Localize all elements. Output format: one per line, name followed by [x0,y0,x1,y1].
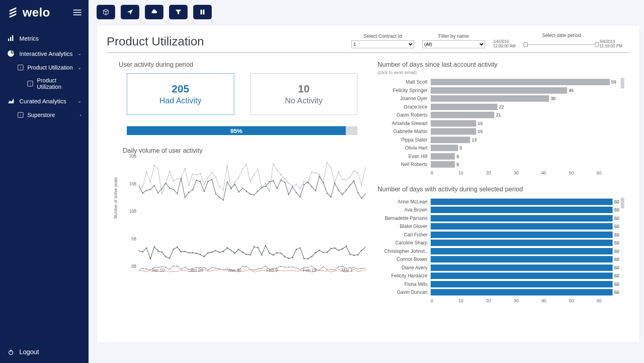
contract-select[interactable]: 1 [351,40,414,48]
slider-thumb-right[interactable] [595,42,599,47]
active-chart[interactable]: Anne McLean60Ava Brown60Bernadette Parso… [378,198,624,297]
date-slider[interactable] [526,44,597,45]
bar-value: 60 [613,215,619,221]
bar-row[interactable]: Gavin Roberts21 [378,111,624,119]
svg-point-109 [288,194,289,195]
nav-product-utilization-child[interactable]: ⫶ Product Utilization [27,74,89,93]
bar-track: 8 [431,161,624,168]
svg-point-86 [200,181,201,182]
svg-point-132 [146,247,147,248]
bar-row[interactable]: Gabrielle Martin15 [378,127,624,136]
svg-point-178 [322,252,324,253]
svg-point-48 [284,178,285,179]
bar-row[interactable]: Christopher Johnst..60 [378,247,624,256]
toolbar-cloud-button[interactable] [145,5,163,19]
toolbar-columns-button[interactable] [193,5,212,19]
slider-thumb-left[interactable] [524,42,528,47]
bar-row[interactable]: Anne McLean60 [378,198,624,206]
svg-point-115 [311,186,312,187]
svg-point-186 [353,255,355,256]
kpi-title: User activity during period [119,61,365,68]
toolbar-cube-button[interactable] [97,5,115,19]
svg-point-144 [192,252,193,253]
bar-row[interactable]: Fiona Mills60 [378,280,624,289]
kpi-value: 205 [172,83,189,95]
bar-name: Carl Fisher [378,232,431,238]
bar-fill [431,248,613,254]
bar-row[interactable]: Joanne Dyer39 [378,94,624,103]
bar-row[interactable]: Gavin Duncan60 [378,288,624,297]
svg-point-128 [361,197,362,199]
bar-row[interactable]: Bernadette Parsons60 [378,214,624,223]
bar-row[interactable]: Felicity Hardacre60 [378,272,624,280]
bar-row[interactable]: Pippa Slater13 [378,136,624,144]
bar-value: 60 [613,281,619,287]
svg-point-167 [280,252,281,254]
nav-metrics[interactable]: Metrics [0,31,89,46]
svg-point-12 [146,171,147,172]
bar-fill [431,79,610,85]
bar-row[interactable]: Carl Fisher60 [378,231,624,239]
bar-value: 60 [613,240,619,246]
bar-value: 45 [567,87,574,94]
svg-point-135 [157,250,159,251]
bar-row[interactable]: Olivia Hart9 [378,144,624,152]
svg-point-151 [219,252,220,253]
line-chart[interactable]: Number of active seats 20B15B10B5B0B Jan… [121,156,365,277]
nav-superstore[interactable]: ⫶ Superstore › [18,109,89,121]
svg-point-145 [196,253,197,254]
bar-track: 60 [431,248,624,254]
svg-point-90 [215,193,216,194]
svg-point-140 [177,246,178,248]
bar-fill [431,137,470,143]
bar-fill [431,256,613,263]
since-chart[interactable]: Matt Scott59Felicity Springer45Joanne Dy… [378,78,624,169]
svg-point-44 [269,191,270,192]
svg-point-185 [349,254,351,255]
bar-row[interactable]: Caroline Sharp60 [378,239,624,247]
bar-row[interactable]: Blake Glover60 [378,222,624,231]
name-select[interactable]: (All) [422,40,485,48]
bar-row[interactable]: Connor Bower60 [378,255,624,264]
svg-point-187 [357,254,358,255]
bar-fill [431,273,613,279]
svg-rect-9 [203,10,204,14]
logout-button[interactable]: Logout [7,349,81,356]
bar-row[interactable]: Matt Scott59 [378,78,624,86]
x-tick: Feb 19 [303,268,316,276]
kpi-label: No Activity [285,96,322,105]
bar-value: 60 [613,256,619,263]
toolbar-filter-button[interactable] [169,5,188,19]
bar-fill [431,112,494,118]
svg-point-55 [311,171,312,172]
bar-name: Grace Ince [378,104,431,110]
svg-point-139 [173,248,174,250]
date-from: 1/4/2019 12:00:00 AM [493,39,523,48]
bar-row[interactable]: Felicity Springer45 [378,86,624,95]
nav-interactive-analytics[interactable]: Interactive Analytics ⌄ [0,46,89,61]
toolbar-send-button[interactable] [121,5,139,19]
bar-value: 60 [613,223,619,230]
svg-point-104 [269,181,270,182]
kpi-label: Had Activity [159,96,201,105]
bar-row[interactable]: Amanda Stewart15 [378,119,624,128]
bar-row[interactable]: Ava Brown60 [378,206,624,214]
pie-chart-icon [7,50,14,57]
nav-curated-analytics[interactable]: Curated Analytics ⌄ [0,93,89,109]
svg-point-38 [246,164,247,165]
bar-row[interactable]: Evan Hill8 [378,152,624,161]
bar-row[interactable]: Neil Roberts8 [378,160,624,169]
bar-row[interactable]: Grace Ince22 [378,103,624,111]
bar-track: 8 [431,153,624,160]
bar-row[interactable]: Diane Avery60 [378,264,624,272]
bar-fill [431,289,613,295]
line-chart-title: Daily volume of user activity [123,147,365,154]
nav-label: Curated Analytics [19,98,66,105]
power-icon [7,349,14,356]
nav-product-utilization[interactable]: ⫶ Product Utilization ⌄ [18,61,89,74]
svg-point-14 [153,164,155,166]
sidebar-toggle-icon[interactable] [73,10,81,15]
svg-rect-5 [12,35,13,41]
svg-point-155 [234,252,235,254]
bar-name: Gavin Duncan [378,289,431,295]
